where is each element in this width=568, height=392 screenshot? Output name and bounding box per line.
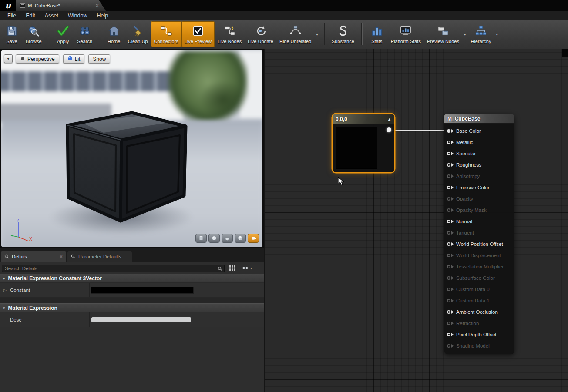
row-expander-icon[interactable]: ▷ (3, 288, 7, 292)
hierarchy-dropdown-chevron-icon[interactable]: ▾ (494, 21, 500, 47)
section-collapse-icon: ▾ (3, 306, 5, 310)
stats-button[interactable]: Stats (366, 21, 388, 47)
material-node-header[interactable]: M_CubeBase (444, 114, 514, 124)
pin-icon[interactable] (447, 220, 454, 223)
pin-icon[interactable] (447, 129, 454, 133)
unreal-logo-glyph: u (5, 1, 11, 10)
substance-icon (336, 24, 350, 37)
material-input-world-position-offset[interactable]: World Position Offset (444, 238, 514, 250)
pin-icon[interactable] (447, 152, 454, 155)
details-content: ▾Material Expression Constant 3Vector▷Co… (0, 274, 264, 327)
live-nodes-button[interactable]: Live Nodes (215, 21, 245, 47)
menu-edit[interactable]: Edit (21, 11, 40, 20)
pin-icon[interactable] (447, 186, 454, 189)
home-button-label: Home (108, 39, 120, 44)
pin-label: Opacity (456, 196, 473, 201)
platform-stats-button-label: Platform Stats (391, 39, 421, 44)
viewport-perspective-button[interactable]: Perspective (16, 54, 59, 64)
material-input-pixel-depth-offset[interactable]: Pixel Depth Offset (444, 329, 514, 340)
visibility-filter-button[interactable]: ▾ (240, 264, 253, 272)
material-result-node[interactable]: M_CubeBase Base ColorMetallicSpecularRou… (444, 114, 514, 354)
home-button[interactable]: Home (103, 21, 125, 47)
preview-nodes-button[interactable]: Preview Nodes (424, 21, 462, 47)
section-title: Material Expression Constant 3Vector (8, 275, 102, 281)
cleanup-icon (131, 24, 145, 37)
preview-shape-sphere-button[interactable] (208, 234, 220, 243)
menu-file[interactable]: File (3, 11, 21, 20)
details-tab-parameter-defaults[interactable]: Parameter Defaults (67, 251, 132, 262)
magnifier-icon (4, 253, 9, 261)
preview-nodes-dropdown-chevron-icon[interactable]: ▾ (462, 21, 468, 47)
material-input-shading-model: Shading Model (444, 340, 514, 352)
pin-icon[interactable] (447, 310, 454, 314)
hide-unrelated-button[interactable]: Hide Unrelated (276, 21, 314, 47)
hierarchy-button[interactable]: Hierarchy (467, 21, 494, 47)
connectors-button[interactable]: Connectors (151, 21, 181, 47)
live-update-button[interactable]: Live Update (245, 21, 276, 47)
menu-asset[interactable]: Asset (40, 11, 63, 20)
clean-up-button[interactable]: Clean Up (125, 21, 151, 47)
pin-icon[interactable] (447, 141, 454, 144)
material-graph-canvas[interactable]: 0,0,0 ▲ M_CubeBase Base ColorMetallicSpe… (264, 49, 568, 392)
material-input-tangent: Tangent (444, 227, 514, 238)
material-input-metallic[interactable]: Metallic (444, 137, 514, 148)
asset-tab-close-icon[interactable]: × (95, 3, 99, 8)
material-input-normal[interactable]: Normal (444, 216, 514, 227)
color-swatch[interactable] (91, 287, 193, 293)
menu-help[interactable]: Help (92, 11, 113, 20)
viewport-options-dropdown[interactable]: ▼ (4, 54, 13, 63)
view-options-grid-icon[interactable] (227, 264, 238, 272)
apply-button-label: Apply (57, 39, 69, 44)
preview-shape-cube-button[interactable] (235, 234, 246, 243)
material-input-emissive-color[interactable]: Emissive Color (444, 182, 514, 193)
axis-gizmo: Z X (5, 217, 34, 242)
preview-viewport[interactable]: ▼ PerspectiveLitShow Z X (1, 50, 262, 247)
property-label: Constant (10, 288, 30, 293)
text-field[interactable] (91, 317, 191, 322)
material-input-ambient-occlusion[interactable]: Ambient Occlusion (444, 306, 514, 318)
eye-icon (242, 264, 249, 272)
viewport-show-button[interactable]: Show (88, 54, 110, 64)
material-input-specular[interactable]: Specular (444, 148, 514, 159)
preview-shape-cylinder-button[interactable] (195, 234, 207, 243)
material-input-custom-data-1: Custom Data 1 (444, 295, 514, 306)
platform-stats-button[interactable]: Platform Stats (388, 21, 424, 47)
toolbar-separator (361, 23, 362, 45)
search-input[interactable] (2, 265, 225, 272)
constant3vector-node[interactable]: 0,0,0 ▲ (333, 114, 394, 172)
constant-node-header[interactable]: 0,0,0 ▲ (333, 114, 394, 124)
section-header-material-expression[interactable]: ▾Material Expression (0, 303, 264, 312)
pin-icon (447, 174, 454, 178)
pin-icon (447, 197, 454, 201)
browse-button[interactable]: Browse (23, 21, 45, 47)
pin-icon[interactable] (447, 163, 454, 167)
connection-wire-basecolor[interactable] (387, 130, 451, 131)
substance-button[interactable]: Substance (329, 21, 357, 47)
apply-button[interactable]: Apply (52, 21, 74, 47)
asset-tab[interactable]: M_CubeBase* × (16, 0, 106, 11)
pin-icon[interactable] (447, 242, 454, 246)
collapse-arrow-icon[interactable]: ▲ (387, 117, 391, 121)
menu-window[interactable]: Window (63, 11, 92, 20)
save-button[interactable]: Save (1, 21, 23, 47)
constant-output-pin[interactable] (387, 127, 391, 132)
preview-shape-mesh-button[interactable] (248, 234, 259, 243)
viewport-lit-button[interactable]: Lit (63, 54, 85, 64)
constant-node-title: 0,0,0 (336, 116, 347, 122)
search-button[interactable]: Search (74, 21, 96, 47)
pin-icon[interactable] (447, 333, 454, 336)
material-input-base-color[interactable]: Base Color (444, 125, 514, 137)
section-header-material-expression-constant-3vector[interactable]: ▾Material Expression Constant 3Vector (0, 274, 264, 283)
pin-label: Custom Data 0 (456, 287, 490, 292)
constant-color-preview (336, 127, 377, 169)
live-preview-button[interactable]: Live Preview (181, 21, 215, 47)
hierarchy-icon (474, 24, 487, 37)
toolbar-gap (96, 21, 103, 47)
close-icon[interactable]: × (60, 254, 63, 259)
details-tab-details[interactable]: Details× (1, 251, 66, 262)
material-input-roughness[interactable]: Roughness (444, 159, 514, 171)
preview-shape-plane-button[interactable] (222, 234, 233, 243)
material-node-title: M_CubeBase (447, 116, 480, 122)
hideunrelated-icon (289, 24, 302, 37)
hide-unrelated-dropdown-chevron-icon[interactable]: ▾ (314, 21, 320, 47)
